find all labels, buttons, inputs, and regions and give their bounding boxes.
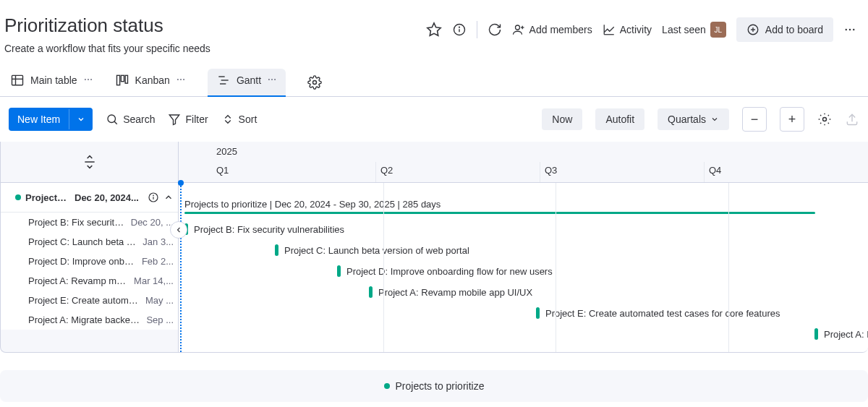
axis-quarter: Q2 (375, 162, 540, 182)
task-bar[interactable]: Project B: Fix security vulnerabilities (184, 223, 344, 235)
chevron-up-icon[interactable] (163, 192, 174, 202)
export-icon[interactable] (845, 112, 859, 127)
info-icon[interactable] (452, 22, 467, 37)
group-date: Dec 20, 2024... (75, 192, 143, 203)
grid-line (383, 183, 384, 352)
filter-button[interactable]: Filter (168, 113, 208, 126)
expand-vertical-icon[interactable] (82, 155, 97, 169)
legend-label: Projects to prioritize (396, 380, 485, 392)
grid-line (556, 183, 556, 352)
summary-text: Projects to prioritize | Dec 20, 2024 - … (184, 199, 441, 210)
task-name: Project B: Fix security vu... (28, 217, 127, 228)
collapse-sidebar-button[interactable] (170, 221, 187, 239)
add-to-board-button[interactable]: Add to board (736, 17, 833, 42)
svg-point-14 (853, 29, 854, 30)
tab-gantt[interactable]: Gantt (208, 69, 286, 96)
legend-dot (384, 383, 390, 389)
activity-button[interactable]: Activity (603, 23, 652, 36)
axis-quarter: Q3 (540, 162, 704, 182)
task-row[interactable]: Project E: Create automate...May ... (1, 291, 178, 310)
task-label: Project A: M (824, 329, 868, 340)
tab-label: Main table (30, 74, 77, 86)
chevron-down-icon (710, 115, 719, 124)
task-label: Project B: Fix security vulnerabilities (194, 224, 344, 235)
new-item-button[interactable]: New Item (9, 108, 93, 131)
svg-point-32 (274, 79, 276, 80)
today-line (180, 183, 182, 352)
gantt-sidebar: Projects ... Dec 20, 2024... Project B: … (1, 142, 179, 352)
svg-point-42 (153, 195, 154, 196)
chevron-down-icon[interactable] (69, 109, 93, 129)
gantt-icon (216, 73, 231, 87)
group-summary: Projects to prioritize | Dec 20, 2024 - … (184, 199, 441, 210)
zoom-in-button[interactable]: + (780, 107, 804, 132)
more-icon[interactable] (843, 23, 856, 36)
view-tabs: Main table Kanban Gantt (0, 60, 868, 97)
task-row[interactable]: Project A: Migrate backend...Sep ... (1, 310, 178, 330)
table-icon (10, 73, 25, 87)
task-bar-row: Project A: Revamp mobile app UI/UX (179, 279, 868, 300)
sort-icon (221, 113, 234, 126)
task-name: Project D: Improve onboar... (28, 256, 137, 267)
task-row[interactable]: Project D: Improve onboar...Feb 2... (1, 252, 178, 271)
task-name: Project A: Migrate backend... (28, 314, 142, 325)
search-button[interactable]: Search (106, 113, 155, 126)
axis-quarter: Q1 (179, 162, 375, 182)
svg-rect-21 (116, 75, 119, 85)
gantt-chart[interactable]: 2025 Q1Q2Q3Q4 Projects to prioritize | D… (179, 142, 868, 352)
page-subtitle: Create a workflow that fits your specifi… (4, 43, 210, 54)
group-header[interactable]: Projects ... Dec 20, 2024... (1, 183, 178, 213)
zoom-out-button[interactable]: − (742, 107, 767, 132)
task-bar[interactable]: Project A: M (814, 328, 868, 340)
task-bar[interactable]: Project E: Create automated test cases f… (536, 307, 780, 319)
task-name: Project E: Create automate... (28, 295, 141, 306)
task-date: Jan 3... (142, 236, 174, 247)
settings-icon[interactable] (817, 112, 832, 127)
filter-icon (168, 113, 181, 126)
task-date: Mar 14,... (134, 275, 174, 286)
svg-marker-36 (170, 115, 180, 125)
autofit-button[interactable]: Autofit (595, 108, 644, 130)
svg-line-35 (114, 121, 117, 124)
tab-main-table[interactable]: Main table (10, 69, 93, 96)
tab-kanban[interactable]: Kanban (115, 69, 186, 96)
task-label: Project E: Create automated test cases f… (545, 308, 780, 319)
task-bar[interactable]: Project A: Revamp mobile app UI/UX (369, 286, 532, 298)
last-seen[interactable]: Last seen JL (662, 22, 726, 38)
svg-point-37 (823, 118, 827, 121)
task-bar-row: Project C: Launch beta version of web po… (179, 237, 868, 258)
info-icon[interactable] (148, 192, 159, 203)
task-row[interactable]: Project C: Launch beta ve...Jan 3... (1, 232, 178, 252)
more-icon[interactable] (267, 74, 277, 87)
search-label: Search (123, 113, 155, 125)
task-date: Feb 2... (142, 256, 174, 267)
task-date: May ... (145, 295, 174, 306)
quartals-select[interactable]: Quartals (658, 108, 729, 130)
svg-point-18 (85, 79, 86, 80)
task-row[interactable]: Project B: Fix security vu...Dec 20, ... (1, 213, 178, 232)
task-label: Project A: Revamp mobile app UI/UX (378, 287, 532, 298)
task-tick (275, 244, 278, 256)
task-bar-row: Project D: Improve onboarding flow for n… (179, 258, 868, 279)
more-icon[interactable] (176, 74, 186, 87)
divider (477, 21, 477, 38)
task-row[interactable]: Project A: Revamp mobil...Mar 14,... (1, 271, 178, 291)
task-bar-row: Project B: Fix security vulnerabilities (179, 216, 868, 237)
task-bar[interactable]: Project C: Launch beta version of web po… (275, 244, 469, 256)
add-members-button[interactable]: Add members (512, 23, 592, 36)
svg-point-3 (459, 27, 459, 27)
svg-rect-15 (12, 75, 23, 85)
plus-circle-icon (746, 23, 760, 36)
grid-line (728, 183, 729, 352)
svg-point-30 (268, 79, 270, 80)
sync-icon[interactable] (488, 22, 502, 37)
settings-icon[interactable] (307, 75, 322, 90)
more-icon[interactable] (83, 74, 93, 87)
sort-button[interactable]: Sort (221, 113, 258, 126)
add-members-label: Add members (529, 24, 592, 35)
star-icon[interactable] (426, 22, 442, 38)
now-button[interactable]: Now (542, 108, 582, 130)
time-axis: 2025 Q1Q2Q3Q4 (179, 142, 868, 183)
task-bar[interactable]: Project D: Improve onboarding flow for n… (337, 265, 553, 277)
task-name: Project A: Revamp mobil... (28, 275, 129, 286)
